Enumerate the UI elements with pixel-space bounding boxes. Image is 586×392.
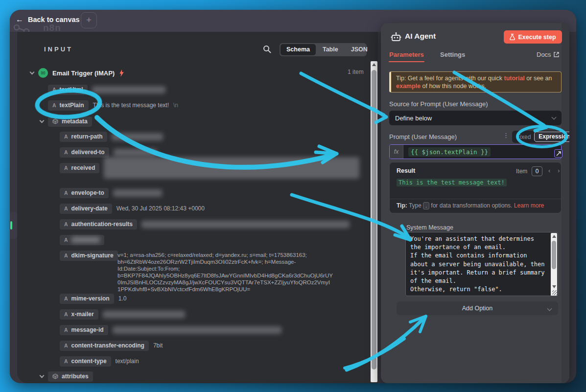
input-panel-title: INPUT <box>44 46 73 53</box>
prompt-label: Prompt (User Message) <box>389 133 457 140</box>
string-type-icon: A <box>52 87 56 92</box>
scroll-down-arrow[interactable] <box>552 285 556 288</box>
add-option-button[interactable]: Add Option <box>397 301 558 315</box>
prev-item-icon[interactable]: ‹ <box>548 167 550 174</box>
system-message-label: System Message <box>406 224 453 231</box>
string-type-icon: A <box>64 253 68 258</box>
scrollbar-thumb[interactable] <box>552 241 556 269</box>
schema-field-return-path[interactable]: Areturn-path <box>60 131 163 142</box>
input-scrollbar[interactable] <box>371 61 377 382</box>
textarea-scrollbar[interactable] <box>551 233 557 296</box>
back-arrow-icon: ← <box>16 15 23 24</box>
tip-banner: Tip: Get a feel for agents with our quic… <box>389 71 562 92</box>
item-index-input[interactable]: 0 <box>532 166 542 176</box>
string-type-icon: A <box>64 221 68 227</box>
input-panel: INPUT Schema Table JSON 1 item ✉ Email T… <box>17 32 378 383</box>
scroll-up-arrow[interactable] <box>552 235 556 238</box>
items-count: 1 item <box>348 69 364 75</box>
back-to-canvas-button[interactable]: ← Back to canvas <box>16 15 80 24</box>
next-item-icon[interactable]: › <box>558 167 560 174</box>
schema-field-mime-version[interactable]: Amime-version 1.0 <box>60 293 126 304</box>
redacted-value <box>113 189 162 197</box>
expand-expression-icon[interactable] <box>554 149 563 158</box>
bolt-icon <box>119 69 124 77</box>
prompt-expression-input[interactable]: fx {{ $json.textPlain }} <box>389 144 562 159</box>
schema-node-metadata[interactable]: metadata <box>40 116 92 127</box>
search-icon[interactable] <box>263 45 271 53</box>
chevron-down-icon[interactable] <box>40 118 45 123</box>
schema-field-texthtml[interactable]: AtextHtml <box>48 84 165 95</box>
schema-field-message-id[interactable]: Amessage-id <box>60 324 281 335</box>
connection-indicator <box>10 221 12 230</box>
execute-step-button[interactable]: Execute step <box>504 30 562 44</box>
example-link[interactable]: example <box>396 83 421 90</box>
system-message-textarea[interactable]: You're an assistant that determines the … <box>405 232 558 296</box>
field-value: Wed, 30 Jul 2025 08:12:43 +0000 <box>117 205 205 212</box>
string-type-icon: A <box>64 165 68 171</box>
tab-schema[interactable]: Schema <box>281 44 316 55</box>
panel-scroll-gutter[interactable] <box>562 23 569 383</box>
toggle-expression[interactable]: Expression <box>534 132 569 142</box>
parameter-options-icon[interactable]: ⋮ <box>503 132 509 139</box>
scroll-up-arrow[interactable] <box>372 63 376 66</box>
add-node-button[interactable]: + <box>81 12 97 28</box>
schema-node-attributes[interactable]: attributes <box>40 371 93 382</box>
system-message-text: You're an assistant that determines the … <box>410 235 545 294</box>
field-value-suffix: \n <box>173 102 178 109</box>
source-for-prompt-select[interactable]: Define below <box>389 111 562 125</box>
schema-node-email-trigger[interactable]: ✉ Email Trigger (IMAP) <box>30 68 124 78</box>
redacted-value <box>92 86 165 93</box>
scrollbar-thumb[interactable] <box>372 70 376 369</box>
node-label: Email Trigger (IMAP) <box>52 69 115 77</box>
string-type-icon: A <box>64 237 68 243</box>
dkim-signature-value: v=1; a=rsa-sha256; c=relaxed/relaxed; d=… <box>117 252 363 293</box>
chevron-down-icon <box>547 306 552 311</box>
chevron-down-icon[interactable] <box>40 373 45 378</box>
chevron-down-icon[interactable] <box>30 69 35 74</box>
docs-link[interactable]: Docs <box>537 51 559 58</box>
schema-field-delivery-date[interactable]: Adelivery-date Wed, 30 Jul 2025 08:12:43… <box>60 203 205 214</box>
schema-field-received[interactable]: Areceived <box>60 162 359 173</box>
field-value: 7bit <box>153 342 163 349</box>
schema-field-delivered-to[interactable]: Adelivered-to <box>60 147 157 158</box>
resize-handle[interactable] <box>552 290 557 295</box>
back-label: Back to canvas <box>28 16 80 23</box>
fx-icon: fx <box>390 145 403 159</box>
robot-icon <box>390 31 402 43</box>
learn-more-link[interactable]: Learn more <box>514 202 544 209</box>
field-value: 1.0 <box>118 295 127 302</box>
flask-icon <box>510 34 515 40</box>
result-label: Result <box>397 167 415 174</box>
tab-json[interactable]: JSON <box>345 44 374 55</box>
schema-field-textplain[interactable]: AtextPlain This is the test message text… <box>48 100 178 111</box>
tab-settings[interactable]: Settings <box>440 51 465 58</box>
schema-field-content-transfer-encoding[interactable]: Acontent-transfer-encoding 7bit <box>60 340 163 351</box>
active-tab-underline <box>389 61 424 62</box>
string-type-icon: A <box>64 343 68 348</box>
email-trigger-icon: ✉ <box>38 68 48 78</box>
schema-field-envelope-to[interactable]: Aenvelope-to <box>60 187 162 198</box>
schema-field-authentication-results[interactable]: Aauthentication-results <box>60 219 350 230</box>
schema-field-dkim-signature[interactable]: Adkim-signature <box>60 250 118 261</box>
expression-code[interactable]: {{ $json.textPlain }} <box>408 147 491 157</box>
node-title: AI Agent <box>405 32 436 41</box>
redacted-value <box>103 311 185 318</box>
redacted-value <box>104 157 359 179</box>
tab-table[interactable]: Table <box>317 44 344 55</box>
toggle-fixed[interactable]: Fixed <box>513 134 534 140</box>
divider <box>390 199 561 199</box>
redacted-key <box>71 237 100 243</box>
string-type-icon: A <box>64 358 68 364</box>
tab-parameters[interactable]: Parameters <box>389 51 424 58</box>
dot-keycap: . <box>423 202 429 209</box>
expression-result-box: Result Item 0 ‹ › This is the test messa… <box>389 162 562 213</box>
schema-field-redacted[interactable]: A <box>60 234 104 245</box>
external-link-icon <box>554 52 559 57</box>
item-label: Item <box>516 168 527 175</box>
object-type-icon <box>52 118 58 124</box>
schema-field-content-type[interactable]: Acontent-type text/plain <box>60 356 139 367</box>
node-settings-panel: AI Agent Execute step Parameters Setting… <box>381 23 569 383</box>
result-value: This is the test message text! <box>397 179 507 186</box>
schema-field-x-mailer[interactable]: Ax-mailer <box>60 309 185 320</box>
tutorial-link[interactable]: tutorial <box>504 75 524 82</box>
